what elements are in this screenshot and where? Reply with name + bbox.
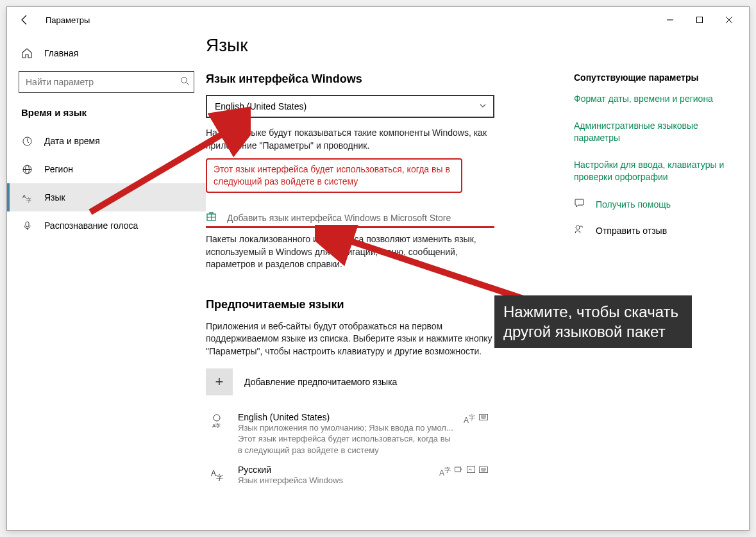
settings-window: Параметры Главная	[6, 6, 750, 531]
sidebar-home-label: Главная	[44, 48, 78, 58]
svg-rect-1	[697, 17, 703, 23]
lang-glyph-icon: A字	[206, 465, 228, 486]
handwriting-feature-icon	[467, 466, 475, 486]
display-language-selected: English (United States)	[215, 101, 307, 112]
related-link-admin-language[interactable]: Административные языковые параметры	[574, 120, 738, 145]
svg-line-3	[187, 83, 190, 86]
svg-text:A字: A字	[212, 423, 221, 429]
display-language-desc: На этом языке будут показываться такие к…	[206, 127, 507, 152]
sidebar-item-datetime[interactable]: Дата и время	[7, 127, 206, 155]
give-feedback-label: Отправить отзыв	[596, 226, 667, 236]
display-lang-feature-icon: A字	[464, 413, 475, 456]
svg-rect-10	[26, 222, 29, 227]
back-button[interactable]	[12, 7, 38, 33]
add-preferred-language-label: Добавление предпочитаемого языка	[244, 377, 397, 387]
sidebar-item-label: Дата и время	[44, 136, 100, 146]
plus-icon: +	[215, 374, 224, 390]
preferred-language-sub: Этот язык интерфейса будет использоватьс…	[238, 433, 453, 456]
display-lang-feature-icon: A字	[439, 466, 451, 486]
minimize-button[interactable]	[655, 7, 685, 33]
annotation-underline	[206, 226, 494, 228]
display-language-notice: Этот язык интерфейса будет использоватьс…	[206, 158, 462, 193]
sidebar-item-label: Распознавание голоса	[44, 220, 138, 231]
get-help-row[interactable]: Получить помощь	[574, 198, 738, 211]
preferred-language-item[interactable]: A字 Русский Язык интерфейса Windows A字	[206, 463, 488, 494]
preferred-languages-desc: Приложения и веб-сайты будут отображатьс…	[206, 320, 494, 358]
preferred-language-sub: Язык интерфейса Windows	[238, 475, 429, 486]
svg-point-14	[214, 415, 220, 421]
help-icon	[574, 198, 585, 211]
sidebar-home[interactable]: Главная	[7, 39, 206, 67]
close-button[interactable]	[714, 7, 744, 33]
window-title: Параметры	[46, 15, 90, 25]
svg-text:字: 字	[216, 474, 223, 481]
language-feature-icons: A字	[464, 412, 488, 456]
sidebar-item-label: Язык	[44, 192, 65, 202]
svg-text:A: A	[211, 469, 216, 478]
page-title: Язык	[206, 35, 552, 56]
preferred-language-item[interactable]: A字 English (United States) Язык приложен…	[206, 411, 488, 464]
sidebar-item-label: Регион	[44, 164, 73, 174]
clock-icon	[21, 135, 33, 147]
keyboard-feature-icon	[479, 413, 488, 456]
home-icon	[21, 47, 33, 59]
keyboard-feature-icon	[479, 466, 488, 486]
svg-text:字: 字	[26, 197, 31, 203]
feedback-icon	[574, 224, 585, 238]
preferred-language-name: English (United States)	[238, 412, 453, 422]
sidebar-item-speech[interactable]: Распознавание голоса	[7, 211, 206, 240]
svg-point-28	[576, 226, 580, 229]
language-feature-icons: A字	[439, 465, 488, 486]
mic-icon	[21, 220, 33, 231]
sidebar: Главная Время и язык Дата и время Ре	[7, 33, 206, 530]
preferred-languages-heading: Предпочитаемые языки	[206, 298, 552, 311]
svg-rect-22	[455, 467, 461, 472]
sidebar-item-region[interactable]: Регион	[7, 155, 206, 183]
svg-point-2	[181, 78, 187, 83]
store-icon	[206, 211, 217, 225]
related-heading: Сопутствующие параметры	[574, 72, 738, 83]
add-display-language-store-link[interactable]: Добавить язык интерфейса Windows в Micro…	[206, 211, 552, 225]
get-help-label: Получить помощь	[596, 199, 671, 210]
preferred-language-sub: Язык приложения по умолчанию; Язык ввода…	[238, 422, 453, 434]
main-content: Язык Язык интерфейса Windows English (Un…	[206, 33, 552, 530]
sidebar-item-language[interactable]: A字 Язык	[7, 183, 206, 211]
search-icon	[180, 76, 190, 88]
sidebar-section-title: Время и язык	[7, 99, 206, 127]
store-link-label: Добавить язык интерфейса Windows в Micro…	[227, 213, 451, 223]
titlebar: Параметры	[7, 7, 749, 33]
related-settings: Сопутствующие параметры Формат даты, вре…	[552, 33, 738, 530]
related-link-typing-settings[interactable]: Настройки для ввода, клавиатуры и провер…	[574, 159, 738, 184]
display-language-heading: Язык интерфейса Windows	[206, 72, 552, 86]
store-desc: Пакеты локализованного интерфейса позвол…	[206, 233, 501, 271]
tts-feature-icon	[455, 466, 463, 486]
globe-icon	[21, 163, 33, 175]
display-language-dropdown[interactable]: English (United States)	[206, 95, 494, 118]
maximize-button[interactable]	[685, 7, 714, 33]
search-input[interactable]	[26, 77, 180, 87]
related-link-date-region[interactable]: Формат даты, времени и региона	[574, 93, 738, 106]
lang-icon: A字	[21, 192, 33, 203]
window-controls	[655, 7, 744, 33]
chevron-down-icon	[479, 102, 487, 112]
give-feedback-row[interactable]: Отправить отзыв	[574, 224, 738, 238]
add-tile[interactable]: +	[206, 368, 233, 395]
preferred-language-name: Русский	[238, 465, 429, 475]
lang-glyph-icon: A字	[206, 412, 228, 456]
search-box[interactable]	[19, 71, 194, 93]
add-preferred-language-row[interactable]: + Добавление предпочитаемого языка	[206, 368, 552, 395]
